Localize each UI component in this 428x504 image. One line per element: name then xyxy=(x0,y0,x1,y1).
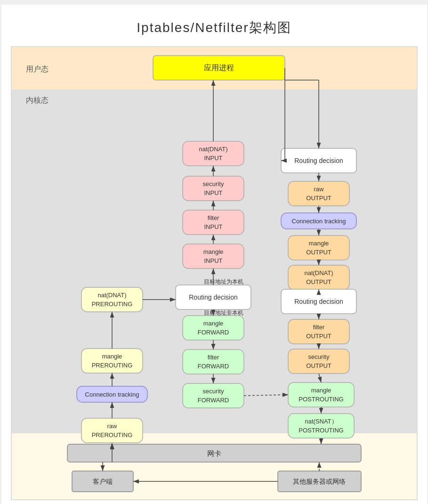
filter-input-box xyxy=(183,210,244,235)
raw-output-box xyxy=(288,181,349,206)
svg-text:security: security xyxy=(308,353,329,360)
svg-text:OUTPUT: OUTPUT xyxy=(306,333,331,340)
diagram-outer: 用户态 应用进程 内核态 raw PREROUTING Connection t… xyxy=(11,46,418,500)
main-diagram: 用户态 应用进程 内核态 raw PREROUTING Connection t… xyxy=(12,47,417,499)
nat-dnat-prerouting-box xyxy=(81,287,143,312)
svg-text:Connection tracking: Connection tracking xyxy=(85,391,139,398)
svg-text:POSTROUTING: POSTROUTING xyxy=(299,427,343,434)
svg-text:INPUT: INPUT xyxy=(204,257,222,264)
svg-text:INPUT: INPUT xyxy=(204,223,222,230)
svg-text:FORWARD: FORWARD xyxy=(197,329,228,336)
svg-text:PREROUTING: PREROUTING xyxy=(91,301,132,308)
svg-text:FORWARD: FORWARD xyxy=(197,397,228,404)
svg-text:Routing decision: Routing decision xyxy=(294,298,343,305)
svg-text:OUTPUT: OUTPUT xyxy=(306,249,331,256)
mangle-output-box xyxy=(288,236,349,260)
svg-text:mangle: mangle xyxy=(203,320,223,327)
label-local: 目标地址为本机 xyxy=(204,278,243,285)
app-process-label: 应用进程 xyxy=(204,64,234,72)
page-container: Iptables/Netfilter架构图 用户态 应用进程 内核态 xyxy=(1,5,427,504)
svg-text:raw: raw xyxy=(314,186,324,193)
svg-text:nat(DNAT): nat(DNAT) xyxy=(304,269,333,276)
svg-text:Routing decision: Routing decision xyxy=(189,293,238,301)
page-title: Iptables/Netfilter架构图 xyxy=(137,20,291,35)
svg-text:nat(SNAT）: nat(SNAT） xyxy=(305,418,337,425)
svg-text:nat(DNAT): nat(DNAT) xyxy=(199,146,227,153)
security-output-box xyxy=(288,349,349,374)
svg-text:OUTPUT: OUTPUT xyxy=(306,278,331,285)
raw-prerouting-box xyxy=(81,418,143,443)
svg-text:security: security xyxy=(202,388,224,395)
svg-text:POSTROUTING: POSTROUTING xyxy=(299,396,343,403)
svg-text:mangle: mangle xyxy=(203,248,223,255)
mangle-postrouting-box xyxy=(288,382,354,407)
svg-text:PREROUTING: PREROUTING xyxy=(91,431,132,439)
svg-text:网卡: 网卡 xyxy=(207,449,221,457)
svg-text:mangle: mangle xyxy=(102,353,122,360)
nat-dnat-input-box xyxy=(183,141,244,166)
svg-text:mangle: mangle xyxy=(311,387,331,394)
svg-text:security: security xyxy=(202,180,224,187)
mangle-prerouting-box xyxy=(81,349,143,373)
title-area: Iptables/Netfilter架构图 xyxy=(1,5,427,46)
svg-text:filter: filter xyxy=(207,354,219,361)
svg-text:Connection tracking: Connection tracking xyxy=(291,218,346,225)
svg-text:INPUT: INPUT xyxy=(204,189,222,196)
security-input-box xyxy=(183,176,244,201)
svg-text:其他服务器或网络: 其他服务器或网络 xyxy=(293,478,346,485)
nat-snat-postrouting-box xyxy=(288,414,354,438)
svg-text:OUTPUT: OUTPUT xyxy=(306,195,331,202)
svg-text:nat(DNAT): nat(DNAT) xyxy=(97,292,126,299)
svg-text:raw: raw xyxy=(107,423,117,430)
nat-dnat-output-box xyxy=(288,265,349,290)
svg-text:FORWARD: FORWARD xyxy=(197,363,228,370)
label-nonlocal: 目标地址非本机 xyxy=(204,309,243,316)
filter-forward-box xyxy=(183,350,244,374)
user-zone-label: 用户态 xyxy=(26,65,48,73)
svg-text:mangle: mangle xyxy=(308,240,329,247)
svg-text:INPUT: INPUT xyxy=(204,154,222,162)
mangle-forward-box xyxy=(183,316,244,340)
filter-output-box xyxy=(288,319,349,344)
svg-text:PREROUTING: PREROUTING xyxy=(91,362,132,369)
kernel-zone-label: 内核态 xyxy=(26,96,48,104)
security-forward-box xyxy=(183,383,244,408)
mangle-input-box xyxy=(183,244,244,268)
svg-text:OUTPUT: OUTPUT xyxy=(306,362,331,369)
svg-text:filter: filter xyxy=(207,214,219,221)
svg-text:Routing decision: Routing decision xyxy=(294,157,343,164)
svg-text:客户端: 客户端 xyxy=(93,478,113,485)
svg-text:filter: filter xyxy=(313,324,324,331)
